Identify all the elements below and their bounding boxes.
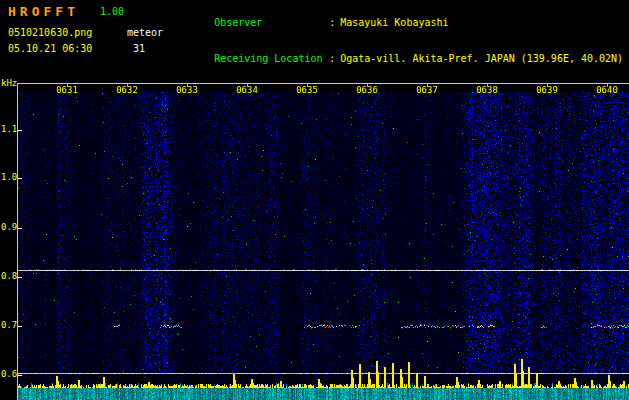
y-axis-unit: kHz <box>1 78 17 88</box>
info-row-location: Receiving Location:Ogata-vill. Akita-Pre… <box>178 41 623 77</box>
x-tick-label: 0635 <box>294 85 320 95</box>
spectrogram-plot: 0631 0632 0633 0634 0635 0636 0637 0638 … <box>17 83 629 400</box>
app-version: 1.00 <box>100 6 124 17</box>
spectrogram-canvas <box>18 84 629 400</box>
y-tick-label: 0.7 <box>1 320 17 330</box>
mode-label: meteor <box>127 27 163 38</box>
hrofft-screen: HROFFT 1.00 0510210630.png meteor 05.10.… <box>0 0 629 400</box>
y-tick-label: 0.8 <box>1 271 17 281</box>
y-tick-label: 0.6 <box>1 369 17 379</box>
info-label: Receiving Location <box>214 53 329 65</box>
info-separator: : <box>329 53 335 64</box>
x-tick-label: 0632 <box>114 85 140 95</box>
app-title: HROFFT <box>8 4 79 19</box>
x-tick-label: 0633 <box>174 85 200 95</box>
y-tick-label: 1.0 <box>1 172 17 182</box>
info-value: Ogata-vill. Akita-Pref. JAPAN (139.96E, … <box>340 53 623 64</box>
meteor-count: 31 <box>133 43 145 54</box>
x-tick-label: 0638 <box>474 85 500 95</box>
datetime-label: 05.10.21 06:30 <box>8 43 92 54</box>
info-separator: : <box>329 17 335 28</box>
x-tick-label: 0636 <box>354 85 380 95</box>
x-tick-label: 0637 <box>414 85 440 95</box>
output-filename: 0510210630.png <box>8 27 92 38</box>
x-tick-label: 0640 <box>594 85 620 95</box>
y-tick-label: 1.1 <box>1 124 17 134</box>
y-tick-label: 0.9 <box>1 222 17 232</box>
x-tick-label: 0631 <box>54 85 80 95</box>
info-value: Masayuki Kobayashi <box>340 17 448 28</box>
x-tick-label: 0639 <box>534 85 560 95</box>
info-row-observer: Observer:Masayuki Kobayashi <box>178 5 623 41</box>
info-label: Observer <box>214 17 329 29</box>
x-tick-label: 0634 <box>234 85 260 95</box>
